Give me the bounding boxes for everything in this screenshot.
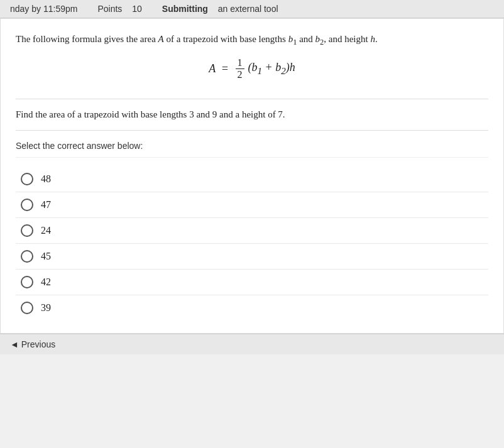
option-item-39[interactable]: 39 xyxy=(16,295,488,320)
formula-display: A = 1 2 (b1 + b2)h xyxy=(209,57,295,80)
radio-48[interactable] xyxy=(21,173,33,185)
option-item-45[interactable]: 45 xyxy=(16,244,488,270)
radio-42[interactable] xyxy=(21,276,33,288)
option-label-45: 45 xyxy=(41,251,51,262)
submitting-label: Submitting xyxy=(162,4,208,14)
option-item-24[interactable]: 24 xyxy=(16,218,488,244)
points-info: Points 10 xyxy=(97,4,141,14)
option-label-42: 42 xyxy=(41,276,51,288)
submitting-info: Submitting an external tool xyxy=(162,4,278,14)
option-label-48: 48 xyxy=(41,173,51,185)
option-item-48[interactable]: 48 xyxy=(16,167,488,192)
bottom-bar: ◄ Previous xyxy=(0,334,504,354)
main-content: The following formula gives the area A o… xyxy=(0,18,504,334)
radio-45[interactable] xyxy=(21,250,33,263)
option-label-39: 39 xyxy=(41,302,51,314)
question-description: The following formula gives the area A o… xyxy=(16,31,488,99)
find-paragraph: Find the area of a trapezoid with base l… xyxy=(16,109,488,120)
submitting-value: an external tool xyxy=(218,4,278,14)
points-label: Points xyxy=(97,4,122,14)
radio-47[interactable] xyxy=(21,199,33,211)
option-label-24: 24 xyxy=(41,225,51,236)
due-info: nday by 11:59pm xyxy=(10,4,77,14)
find-text: Find the area of a trapezoid with base l… xyxy=(16,109,488,131)
points-value: 10 xyxy=(132,4,142,14)
formula-block: A = 1 2 (b1 + b2)h xyxy=(16,57,488,80)
select-label: Select the correct answer below: xyxy=(16,141,488,158)
due-label: nday by 11:59pm xyxy=(10,4,77,14)
radio-39[interactable] xyxy=(21,302,33,314)
option-item-42[interactable]: 42 xyxy=(16,270,488,295)
description-text: The following formula gives the area A o… xyxy=(16,31,488,48)
option-item-47[interactable]: 47 xyxy=(16,192,488,218)
top-bar: nday by 11:59pm Points 10 Submitting an … xyxy=(0,0,504,18)
previous-link[interactable]: ◄ Previous xyxy=(10,339,55,349)
radio-24[interactable] xyxy=(21,224,33,237)
option-label-47: 47 xyxy=(41,199,51,210)
fraction: 1 2 xyxy=(236,57,244,80)
options-list: 48 47 24 45 42 39 xyxy=(16,167,488,320)
